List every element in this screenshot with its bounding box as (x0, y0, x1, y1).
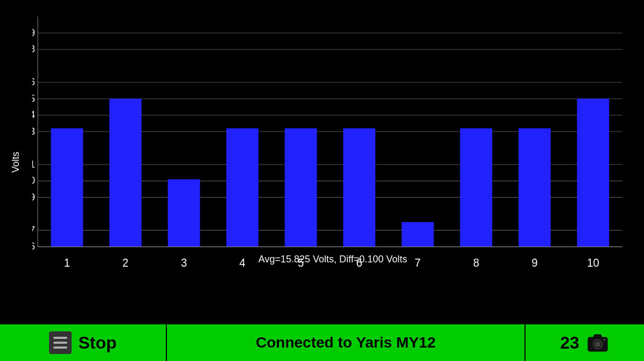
count-value: 23 (560, 333, 579, 353)
menu-icon (49, 331, 72, 354)
svg-rect-22 (51, 128, 83, 247)
svg-rect-34 (402, 222, 434, 247)
svg-text:15.85: 15.85 (32, 92, 35, 104)
connection-section: Connected to Yaris MY12 (167, 324, 526, 361)
svg-text:15.76: 15.76 (32, 240, 35, 252)
svg-rect-47 (603, 339, 606, 341)
svg-rect-36 (460, 128, 492, 247)
svg-rect-24 (109, 99, 142, 247)
svg-rect-30 (285, 128, 317, 247)
svg-rect-32 (343, 128, 375, 247)
svg-text:15.77: 15.77 (32, 224, 35, 235)
svg-text:15.81: 15.81 (32, 158, 35, 170)
svg-text:15.84: 15.84 (32, 109, 35, 121)
stop-button-label: Stop (78, 333, 116, 353)
bottom-bar: Stop Connected to Yaris MY12 23 (0, 324, 644, 361)
chart-container: 15.8915.8815.8615.8515.8415.8315.8115.80… (32, 11, 633, 281)
chart-subtitle: Avg=15.825 Volts, Diff=0.100 Volts (32, 254, 633, 265)
svg-text:15.89: 15.89 (32, 26, 35, 38)
svg-text:15.83: 15.83 (32, 125, 35, 137)
svg-text:15.88: 15.88 (32, 43, 35, 55)
svg-text:15.79: 15.79 (32, 191, 35, 203)
y-axis-label: Volts (10, 151, 22, 172)
svg-rect-28 (226, 128, 258, 247)
svg-rect-38 (519, 128, 551, 247)
svg-point-46 (595, 342, 600, 347)
count-section: 23 (526, 324, 644, 361)
bar-chart: 15.8915.8815.8615.8515.8415.8315.8115.80… (32, 11, 633, 281)
chart-area: Volts 15.8915.8815.8615.8515.8415.8315.8… (0, 0, 644, 324)
svg-rect-40 (577, 99, 610, 247)
svg-text:15.86: 15.86 (32, 76, 35, 88)
camera-icon[interactable] (586, 331, 610, 355)
connection-label: Connected to Yaris MY12 (256, 334, 436, 351)
stop-section[interactable]: Stop (0, 324, 167, 361)
svg-text:15.80: 15.80 (32, 175, 35, 186)
svg-rect-26 (168, 179, 200, 247)
